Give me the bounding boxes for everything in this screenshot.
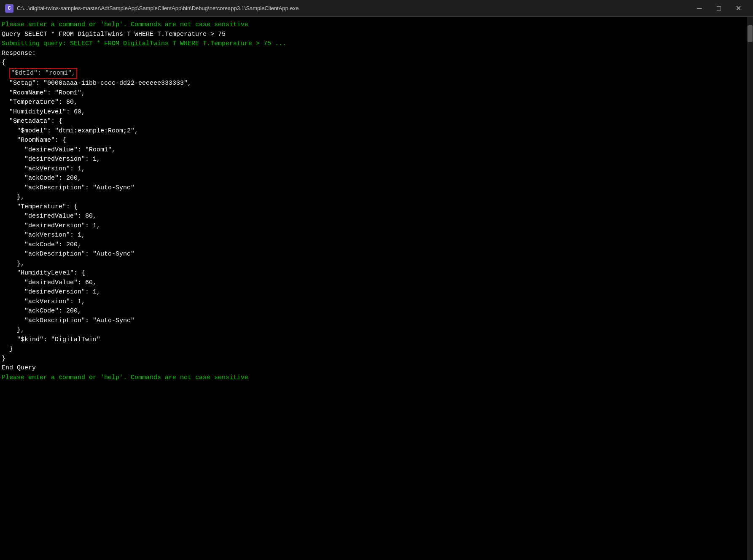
close-button[interactable]: ✕ — [729, 2, 748, 15]
kind-line: "$kind": "DigitalTwin" — [2, 335, 751, 345]
close-brace: } — [2, 354, 751, 364]
end-query: End Query — [2, 363, 751, 373]
close-roomname: }, — [2, 193, 751, 202]
scrollbar-thumb[interactable] — [748, 25, 753, 42]
ack-desc-room: "ackDescription": "Auto-Sync" — [2, 183, 751, 193]
desired-value-room: "desiredValue": "Room1", — [2, 145, 751, 155]
response-label: Response: — [2, 49, 751, 59]
close-temperature: }, — [2, 259, 751, 269]
prompt-line-1: Please enter a command or 'help'. Comman… — [2, 20, 751, 30]
humidity-meta-open: "HumidityLevel": { — [2, 269, 751, 278]
ack-code-hum: "ackCode": 200, — [2, 307, 751, 316]
temperature-line: "Temperature": 80, — [2, 98, 751, 108]
ack-code-temp: "ackCode": 200, — [2, 240, 751, 250]
desired-version-room: "desiredVersion": 1, — [2, 155, 751, 164]
window-title: C:\...\digital-twins-samples-master\AdtS… — [17, 5, 299, 11]
desired-version-temp: "desiredVersion": 1, — [2, 221, 751, 231]
close-humidity: }, — [2, 326, 751, 335]
ack-version-room: "ackVersion": 1, — [2, 164, 751, 174]
ack-version-hum: "ackVersion": 1, — [2, 297, 751, 307]
title-bar-left: C C:\...\digital-twins-samples-master\Ad… — [5, 4, 299, 13]
ack-desc-hum: "ackDescription": "Auto-Sync" — [2, 316, 751, 326]
ack-desc-temp: "ackDescription": "Auto-Sync" — [2, 250, 751, 259]
submitting-line: Submitting query: SELECT * FROM DigitalT… — [2, 39, 751, 49]
desired-value-hum: "desiredValue": 60, — [2, 278, 751, 288]
query-line: Query SELECT * FROM DigitalTwins T WHERE… — [2, 30, 751, 40]
minimize-button[interactable]: ─ — [690, 2, 709, 15]
scrollbar[interactable] — [747, 17, 753, 560]
app-icon: C — [5, 4, 13, 13]
desired-version-hum: "desiredVersion": 1, — [2, 288, 751, 297]
window-controls: ─ □ ✕ — [690, 2, 748, 15]
dtid-line: "$dtId": "room1", — [2, 68, 751, 79]
humiditylevel-line: "HumidityLevel": 60, — [2, 108, 751, 117]
metadata-open: "$metadata": { — [2, 117, 751, 127]
roomname-line: "RoomName": "Room1", — [2, 89, 751, 98]
desired-value-temp: "desiredValue": 80, — [2, 212, 751, 221]
highlight-box: "$dtId": "room1", — [9, 68, 77, 79]
roomname-meta-open: "RoomName": { — [2, 136, 751, 145]
prompt-line-2: Please enter a command or 'help'. Comman… — [2, 373, 751, 383]
ack-code-room: "ackCode": 200, — [2, 174, 751, 183]
title-bar: C C:\...\digital-twins-samples-master\Ad… — [0, 0, 753, 17]
close-metadata: } — [2, 345, 751, 354]
console-output: Please enter a command or 'help'. Comman… — [0, 17, 753, 560]
maximize-button[interactable]: □ — [709, 2, 729, 15]
ack-version-temp: "ackVersion": 1, — [2, 231, 751, 240]
open-brace: { — [2, 58, 751, 68]
model-line: "$model": "dtmi:example:Room;2", — [2, 127, 751, 136]
temperature-meta-open: "Temperature": { — [2, 202, 751, 212]
etag-line: "$etag": "0000aaaa-11bb-cccc-dd22-eeeeee… — [2, 79, 751, 89]
